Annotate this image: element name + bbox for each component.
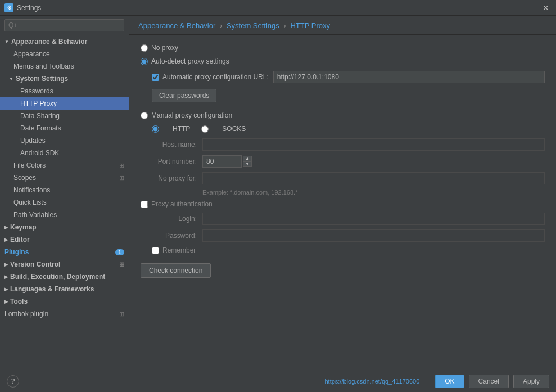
login-label: Login: bbox=[141, 215, 197, 223]
bottom-bar: ? https://blog.csdn.net/qq_41170600 OK C… bbox=[0, 370, 556, 392]
sidebar-item-version-control[interactable]: Version Control ⊞ bbox=[0, 258, 129, 271]
sidebar-item-appearance-behavior[interactable]: Appearance & Behavior bbox=[0, 35, 129, 48]
manual-proxy-label[interactable]: Manual proxy configuration bbox=[151, 111, 232, 119]
auto-config-checkbox[interactable] bbox=[152, 74, 159, 81]
sidebar-item-editor[interactable]: Editor bbox=[0, 233, 129, 246]
no-proxy-for-label: No proxy for: bbox=[141, 174, 197, 182]
sidebar-item-scopes[interactable]: Scopes ⊞ bbox=[0, 172, 129, 184]
plugins-badge: 1 bbox=[115, 249, 124, 255]
sidebar-item-passwords[interactable]: Passwords bbox=[0, 85, 129, 97]
password-label: Password: bbox=[141, 232, 197, 240]
port-input[interactable]: 80 bbox=[202, 155, 242, 168]
search-input[interactable] bbox=[4, 19, 124, 31]
no-proxy-for-input[interactable] bbox=[202, 172, 545, 184]
password-row: Password: bbox=[141, 229, 545, 242]
sidebar-item-languages-frameworks[interactable]: Languages & Frameworks bbox=[0, 283, 129, 295]
sidebar-item-file-colors[interactable]: File Colors ⊞ bbox=[0, 159, 129, 172]
sidebar-item-build-execution[interactable]: Build, Execution, Deployment bbox=[0, 271, 129, 283]
cancel-button[interactable]: Cancel bbox=[469, 375, 509, 388]
auto-detect-label[interactable]: Auto-detect proxy settings bbox=[151, 57, 229, 65]
title-bar: ⚙ Settings ✕ bbox=[0, 0, 556, 16]
sidebar-item-date-formats[interactable]: Date Formats bbox=[0, 122, 129, 134]
settings-icon: ⚙ bbox=[4, 3, 13, 12]
port-down-button[interactable]: ▼ bbox=[243, 161, 252, 167]
remember-row: Remember bbox=[152, 246, 545, 254]
file-colors-icon: ⊞ bbox=[119, 162, 124, 169]
manual-proxy-row: Manual proxy configuration bbox=[141, 111, 545, 119]
check-connection-button[interactable]: Check connection bbox=[141, 263, 211, 278]
proxy-auth-checkbox[interactable] bbox=[141, 201, 148, 208]
socks-radio[interactable] bbox=[201, 125, 209, 133]
sidebar: Appearance & Behavior Appearance Menus a… bbox=[0, 16, 129, 370]
sidebar-item-appearance[interactable]: Appearance bbox=[0, 48, 129, 60]
sidebar-item-system-settings[interactable]: System Settings bbox=[0, 73, 129, 85]
port-row: Port number: 80 ▲ ▼ bbox=[141, 155, 545, 168]
clear-passwords-button[interactable]: Clear passwords bbox=[152, 89, 216, 102]
proxy-auth-section: Proxy authentication Login: Password: bbox=[141, 200, 545, 254]
window-title: Settings bbox=[17, 4, 41, 12]
port-up-button[interactable]: ▲ bbox=[243, 156, 252, 161]
sidebar-item-data-sharing[interactable]: Data Sharing bbox=[0, 110, 129, 122]
auto-config-label[interactable]: Automatic proxy configuration URL: bbox=[162, 73, 269, 81]
proxy-auth-row: Proxy authentication bbox=[141, 200, 545, 208]
spinner-buttons: ▲ ▼ bbox=[243, 156, 252, 167]
main-layout: Appearance & Behavior Appearance Menus a… bbox=[0, 16, 556, 370]
auto-detect-radio[interactable] bbox=[141, 58, 148, 65]
breadcrumb: Appearance & Behavior › System Settings … bbox=[129, 16, 556, 35]
search-box bbox=[0, 16, 129, 35]
no-proxy-for-row: No proxy for: bbox=[141, 172, 545, 184]
http-radio[interactable] bbox=[152, 125, 159, 133]
sidebar-item-tools[interactable]: Tools bbox=[0, 295, 129, 308]
sidebar-item-notifications[interactable]: Notifications bbox=[0, 184, 129, 196]
proxy-auth-label[interactable]: Proxy authentication bbox=[151, 200, 213, 208]
clear-passwords-row: Clear passwords bbox=[152, 89, 545, 109]
form-area: No proxy Auto-detect proxy settings Auto… bbox=[129, 35, 556, 370]
sidebar-item-menus-toolbars[interactable]: Menus and Toolbars bbox=[0, 60, 129, 73]
lombok-icon: ⊞ bbox=[119, 310, 124, 318]
ok-button[interactable]: OK bbox=[435, 375, 464, 388]
socks-label[interactable]: SOCKS bbox=[222, 125, 246, 133]
login-row: Login: bbox=[141, 213, 545, 225]
hostname-row: Host name: bbox=[141, 138, 545, 151]
password-input[interactable] bbox=[202, 229, 545, 242]
bottom-left: ? bbox=[7, 375, 19, 388]
port-spinner: 80 ▲ ▼ bbox=[202, 155, 252, 168]
content-area: Appearance & Behavior › System Settings … bbox=[129, 16, 556, 370]
scopes-icon: ⊞ bbox=[119, 174, 124, 182]
sidebar-item-quick-lists[interactable]: Quick Lists bbox=[0, 196, 129, 209]
proxy-type-row: HTTP SOCKS bbox=[152, 125, 545, 133]
no-proxy-row: No proxy bbox=[141, 44, 545, 52]
remember-checkbox[interactable] bbox=[152, 247, 159, 254]
port-label: Port number: bbox=[141, 157, 197, 165]
no-proxy-label[interactable]: No proxy bbox=[151, 44, 178, 52]
auto-config-block: Automatic proxy configuration URL: Clear… bbox=[152, 71, 545, 109]
sidebar-item-plugins[interactable]: Plugins 1 bbox=[0, 246, 129, 258]
sidebar-item-android-sdk[interactable]: Android SDK bbox=[0, 147, 129, 159]
breadcrumb-part1: Appearance & Behavior bbox=[138, 21, 215, 30]
auto-proxy-url-row: Automatic proxy configuration URL: bbox=[152, 71, 545, 83]
breadcrumb-part2: System Settings bbox=[227, 21, 279, 30]
sidebar-item-keymap[interactable]: Keymap bbox=[0, 221, 129, 233]
proxy-url-input[interactable] bbox=[273, 71, 545, 83]
no-proxy-radio[interactable] bbox=[141, 44, 148, 52]
sidebar-item-updates[interactable]: Updates bbox=[0, 134, 129, 147]
apply-button[interactable]: Apply bbox=[513, 375, 549, 388]
login-input[interactable] bbox=[202, 213, 545, 225]
manual-proxy-radio[interactable] bbox=[141, 112, 148, 119]
remember-label[interactable]: Remember bbox=[162, 246, 196, 254]
example-text: Example: *.domain.com, 192.168.* bbox=[202, 189, 545, 196]
hostname-label: Host name: bbox=[141, 141, 197, 148]
sidebar-item-path-variables[interactable]: Path Variables bbox=[0, 209, 129, 221]
sidebar-item-lombok-plugin[interactable]: Lombok plugin ⊞ bbox=[0, 308, 129, 320]
hostname-input[interactable] bbox=[202, 138, 545, 151]
sidebar-item-http-proxy[interactable]: HTTP Proxy bbox=[0, 97, 129, 110]
auto-detect-row: Auto-detect proxy settings bbox=[141, 57, 545, 65]
version-control-icon: ⊞ bbox=[119, 261, 124, 268]
manual-proxy-section: Manual proxy configuration HTTP SOCKS Ho… bbox=[141, 111, 545, 254]
http-label[interactable]: HTTP bbox=[173, 125, 190, 133]
close-button[interactable]: ✕ bbox=[540, 2, 552, 13]
help-button[interactable]: ? bbox=[7, 375, 19, 388]
csdn-link[interactable]: https://blog.csdn.net/qq_41170600 bbox=[324, 378, 419, 385]
breadcrumb-part3: HTTP Proxy bbox=[290, 21, 330, 30]
